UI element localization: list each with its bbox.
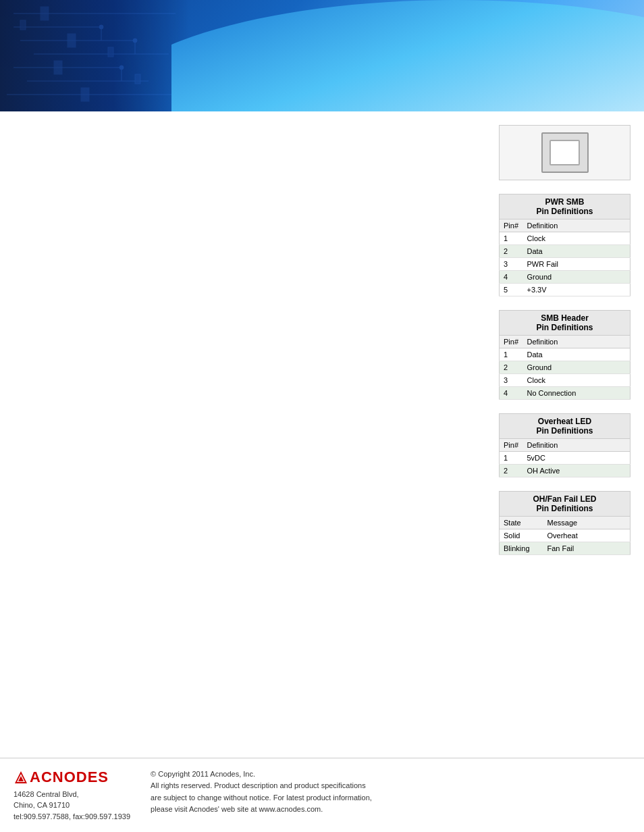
fanfail-title: OH/Fan Fail LED Pin Definitions xyxy=(500,492,630,517)
footer-logo: ACNODES 14628 Central Blvd, Chino, CA 91… xyxy=(14,769,130,823)
svg-point-12 xyxy=(119,66,124,70)
table-row: 3Clock xyxy=(500,374,630,387)
circuit-svg xyxy=(0,0,189,111)
overheat-col-def: Definition xyxy=(523,439,630,452)
message-value: Fan Fail xyxy=(543,542,630,555)
footer-copyright: © Copyright 2011 Acnodes, Inc. All right… xyxy=(151,769,372,816)
pin-definition: Ground xyxy=(523,271,630,284)
svg-rect-13 xyxy=(41,7,49,20)
pin-definition: +3.3V xyxy=(523,284,630,296)
smb-header-col-def: Definition xyxy=(523,336,630,348)
logo-text: ACNODES xyxy=(14,769,130,786)
overheat-led-title: Overheat LED Pin Definitions xyxy=(500,414,630,439)
table-row: 3PWR Fail xyxy=(500,258,630,271)
right-content: PWR SMB Pin Definitions Pin# Definition … xyxy=(499,118,630,712)
smb-header-table: SMB Header Pin Definitions Pin# Definiti… xyxy=(499,310,630,400)
pin-definition: Data xyxy=(523,245,630,258)
footer: ACNODES 14628 Central Blvd, Chino, CA 91… xyxy=(0,758,644,833)
left-content xyxy=(14,118,499,712)
pin-number: 2 xyxy=(500,465,523,477)
pin-number: 2 xyxy=(500,245,523,258)
table-row: BlinkingFan Fail xyxy=(500,542,630,555)
pin-number: 1 xyxy=(500,232,523,245)
blue-swoosh xyxy=(171,0,644,111)
table-row: SolidOverheat xyxy=(500,529,630,542)
connector-icon xyxy=(541,132,589,173)
svg-rect-15 xyxy=(54,61,62,74)
pwr-smb-col-pin: Pin# xyxy=(500,219,523,232)
pin-number: 5 xyxy=(500,284,523,296)
pin-number: 3 xyxy=(500,258,523,271)
pin-definition: Ground xyxy=(523,361,630,374)
table-row: 1Clock xyxy=(500,232,630,245)
connector-icon-inner xyxy=(549,140,580,165)
overheat-led-table: Overheat LED Pin Definitions Pin# Defini… xyxy=(499,413,630,477)
pin-definition: OH Active xyxy=(523,465,630,477)
svg-rect-16 xyxy=(81,88,89,101)
pin-definition: Data xyxy=(523,348,630,361)
overheat-col-pin: Pin# xyxy=(500,439,523,452)
pin-definition: No Connection xyxy=(523,387,630,400)
pin-definition: 5vDC xyxy=(523,452,630,465)
pin-number: 1 xyxy=(500,452,523,465)
pin-definition: Clock xyxy=(523,374,630,387)
table-row: 4Ground xyxy=(500,271,630,284)
pin-number: 1 xyxy=(500,348,523,361)
table-row: 2Ground xyxy=(500,361,630,374)
svg-point-10 xyxy=(99,25,103,29)
pwr-smb-title: PWR SMB Pin Definitions xyxy=(500,194,630,219)
svg-rect-18 xyxy=(108,47,113,57)
table-row: 5+3.3V xyxy=(500,284,630,296)
header-banner xyxy=(0,0,644,111)
svg-point-11 xyxy=(133,38,137,43)
table-row: 4No Connection xyxy=(500,387,630,400)
fanfail-col-msg: Message xyxy=(543,517,630,529)
pin-number: 2 xyxy=(500,361,523,374)
pwr-smb-table: PWR SMB Pin Definitions Pin# Definition … xyxy=(499,194,630,296)
pin-definition: Clock xyxy=(523,232,630,245)
acnodes-logo-icon xyxy=(14,770,28,785)
table-row: 1Data xyxy=(500,348,630,361)
connector-image-box xyxy=(499,125,630,180)
footer-address: 14628 Central Blvd, Chino, CA 91710 tel:… xyxy=(14,789,130,823)
svg-rect-14 xyxy=(68,34,76,47)
smb-header-col-pin: Pin# xyxy=(500,336,523,348)
svg-rect-19 xyxy=(135,74,140,84)
main-content: PWR SMB Pin Definitions Pin# Definition … xyxy=(0,111,644,719)
smb-header-title: SMB Header Pin Definitions xyxy=(500,311,630,336)
oh-fanfail-table: OH/Fan Fail LED Pin Definitions State Me… xyxy=(499,491,630,555)
table-row: 2OH Active xyxy=(500,465,630,477)
pin-number: 4 xyxy=(500,387,523,400)
state-value: Solid xyxy=(500,529,543,542)
fanfail-col-state: State xyxy=(500,517,543,529)
pin-definition: PWR Fail xyxy=(523,258,630,271)
pin-number: 4 xyxy=(500,271,523,284)
circuit-overlay xyxy=(0,0,189,111)
message-value: Overheat xyxy=(543,529,630,542)
pwr-smb-col-def: Definition xyxy=(523,219,630,232)
table-row: 2Data xyxy=(500,245,630,258)
table-row: 15vDC xyxy=(500,452,630,465)
pin-number: 3 xyxy=(500,374,523,387)
state-value: Blinking xyxy=(500,542,543,555)
svg-rect-17 xyxy=(20,20,26,30)
